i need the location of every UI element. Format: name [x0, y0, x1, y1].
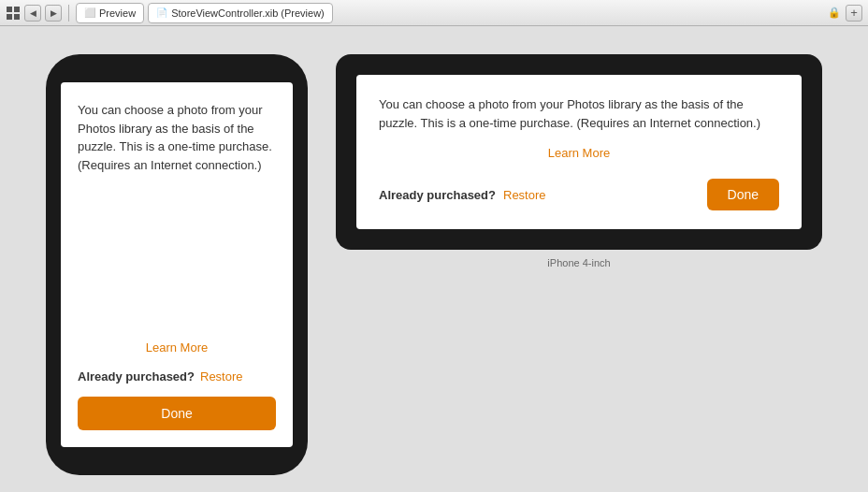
- large-description: You can choose a photo from your Photos …: [379, 95, 779, 133]
- small-already-purchased-row: Already purchased? Restore: [78, 369, 276, 383]
- small-restore-link[interactable]: Restore: [200, 369, 243, 383]
- small-phone-screen: You can choose a photo from your Photos …: [61, 82, 293, 447]
- large-already-purchased-row: Already purchased? Restore: [379, 188, 546, 202]
- toolbar-right: 🔒 +: [827, 5, 862, 22]
- small-already-purchased-label: Already purchased?: [78, 369, 195, 383]
- back-button[interactable]: ◀: [24, 5, 41, 22]
- toolbar: ◀ ▶ ⬜ Preview 📄 StoreViewController.xib …: [0, 0, 868, 26]
- small-phone-frame: You can choose a photo from your Photos …: [46, 54, 308, 475]
- small-done-button[interactable]: Done: [78, 397, 276, 430]
- small-description: You can choose a photo from your Photos …: [78, 101, 276, 329]
- file-tab-icon: 📄: [156, 7, 167, 18]
- forward-button[interactable]: ▶: [45, 5, 62, 22]
- file-tab[interactable]: 📄 StoreViewController.xib (Preview): [148, 3, 333, 23]
- large-phone-screen: You can choose a photo from your Photos …: [356, 75, 802, 229]
- separator: [68, 5, 69, 22]
- svg-rect-1: [14, 7, 20, 12]
- large-restore-link[interactable]: Restore: [503, 188, 546, 202]
- large-already-purchased-label: Already purchased?: [379, 188, 496, 202]
- small-learn-more-link[interactable]: Learn More: [78, 340, 276, 355]
- preview-tab-label: Preview: [99, 7, 136, 19]
- preview-tab[interactable]: ⬜ Preview: [76, 3, 144, 23]
- preview-tab-icon: ⬜: [84, 7, 95, 18]
- large-phone-frame: You can choose a photo from your Photos …: [336, 54, 822, 268]
- grid-icon[interactable]: [6, 6, 21, 21]
- svg-rect-3: [14, 14, 20, 20]
- device-label: iPhone 4-inch: [547, 257, 610, 268]
- main-content: You can choose a photo from your Photos …: [0, 26, 868, 492]
- large-learn-more-link[interactable]: Learn More: [379, 146, 779, 160]
- large-done-button[interactable]: Done: [707, 179, 779, 210]
- svg-rect-2: [7, 14, 12, 20]
- svg-rect-0: [7, 7, 12, 12]
- large-phone-outer: You can choose a photo from your Photos …: [336, 54, 822, 250]
- add-button[interactable]: +: [846, 5, 862, 22]
- file-tab-label: StoreViewController.xib (Preview): [171, 7, 325, 19]
- large-bottom-section: Already purchased? Restore Done: [379, 179, 779, 210]
- small-bottom-section: Already purchased? Restore Done: [78, 355, 276, 430]
- lock-icon[interactable]: 🔒: [827, 6, 842, 21]
